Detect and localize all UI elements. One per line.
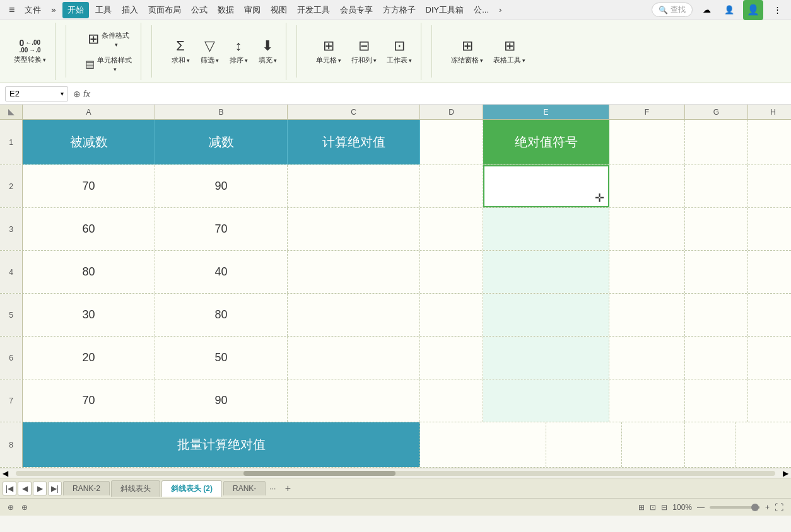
fill-btn[interactable]: ⬇ 填充 ▾ <box>254 35 281 67</box>
diy-menu[interactable]: DIY工具箱 <box>422 2 468 18</box>
data-menu[interactable]: 数据 <box>214 2 238 18</box>
rowcol-btn[interactable]: ⊟ 行和列 ▾ <box>348 35 380 67</box>
fangfangezi-menu[interactable]: 方方格子 <box>379 2 419 18</box>
cell-b1[interactable]: 减数 <box>155 120 288 165</box>
cell-name-box[interactable]: E2 ▾ <box>5 86 68 101</box>
tab-rank2[interactable]: RANK-2 <box>63 481 110 495</box>
cell-e6[interactable] <box>483 337 609 379</box>
cell-f5[interactable] <box>609 294 685 336</box>
zoom-plus-btn[interactable]: + <box>765 503 770 512</box>
cell-c1[interactable]: 计算绝对值 <box>288 120 420 165</box>
row-num-1[interactable]: 1 <box>0 120 23 165</box>
tab-prev-btn[interactable]: ◀ <box>18 482 32 495</box>
row-num-3[interactable]: 3 <box>0 208 23 250</box>
col-header-c[interactable]: C <box>288 105 420 119</box>
cell-f7[interactable] <box>609 379 685 422</box>
add-sheet-btn[interactable]: + <box>281 482 295 495</box>
hamburger-icon[interactable]: ≡ <box>5 2 18 18</box>
tab-next-btn[interactable]: ▶ <box>33 482 47 495</box>
row-num-8[interactable]: 8 <box>0 422 23 467</box>
more-menu[interactable]: 公... <box>470 2 493 18</box>
horizontal-scrollbar[interactable]: ◀ ▶ <box>0 468 791 478</box>
cell-a8[interactable]: 批量计算绝对值 <box>23 422 420 467</box>
cell-g4[interactable] <box>685 251 748 293</box>
cell-e1[interactable]: 绝对值符号 <box>483 120 609 165</box>
row-num-4[interactable]: 4 <box>0 251 23 293</box>
cell-c3[interactable] <box>288 208 420 250</box>
cell-d7[interactable] <box>420 379 483 422</box>
dev-tools-menu[interactable]: 开发工具 <box>293 2 334 18</box>
cell-a4[interactable]: 80 <box>23 251 155 293</box>
tab-diagonal-header[interactable]: 斜线表头 <box>111 480 160 497</box>
cloud-icon-btn[interactable]: ☁ <box>698 1 715 19</box>
cell-e7[interactable] <box>483 379 609 422</box>
view-menu[interactable]: 视图 <box>267 2 291 18</box>
row-num-2[interactable]: 2 <box>0 165 23 207</box>
cell-e3[interactable] <box>483 208 609 250</box>
profile-icon-btn[interactable]: 👤 <box>743 0 763 20</box>
cell-c6[interactable] <box>288 337 420 379</box>
expand-icon[interactable]: » <box>47 3 59 17</box>
cell-h2[interactable] <box>748 165 791 207</box>
cells-btn[interactable]: ⊞ 单元格 ▾ <box>312 35 345 67</box>
zoom-minus-btn[interactable]: — <box>697 503 705 512</box>
cell-g6[interactable] <box>685 337 748 379</box>
home-tab[interactable]: 开始 <box>62 2 89 18</box>
cell-f8[interactable] <box>546 422 622 467</box>
cell-b6[interactable]: 50 <box>155 337 288 379</box>
cell-g7[interactable] <box>685 379 748 422</box>
conditional-format-btn[interactable]: ⊞ 条件格式 ▾ <box>84 28 133 50</box>
cell-a7[interactable]: 70 <box>23 379 155 422</box>
page-break-icon[interactable]: ⊡ <box>650 503 656 512</box>
scrollbar-track[interactable] <box>16 471 775 476</box>
tab-rank[interactable]: RANK- <box>223 481 266 495</box>
cell-d5[interactable] <box>420 294 483 336</box>
cell-f3[interactable] <box>609 208 685 250</box>
insert-menu[interactable]: 插入 <box>118 2 142 18</box>
cell-g8[interactable] <box>622 422 685 467</box>
col-header-b[interactable]: B <box>155 105 288 119</box>
cell-c2[interactable] <box>288 165 420 207</box>
scroll-right-btn[interactable]: ▶ <box>783 469 788 478</box>
user-icon-btn[interactable]: 👤 <box>720 1 738 19</box>
col-header-e[interactable]: E <box>483 105 609 119</box>
cell-e4[interactable] <box>483 251 609 293</box>
sort-btn[interactable]: ↕ 排序 ▾ <box>225 35 252 67</box>
row-num-5[interactable]: 5 <box>0 294 23 336</box>
col-header-g[interactable]: G <box>685 105 748 119</box>
number-format-btn[interactable]: 0←.00 .00→.0 类型转换 ▾ <box>10 36 50 67</box>
cell-c4[interactable] <box>288 251 420 293</box>
cell-f2[interactable] <box>609 165 685 207</box>
cell-b2[interactable]: 90 <box>155 165 288 207</box>
status-page-icon[interactable]: ⊕ <box>8 503 14 512</box>
cell-b5[interactable]: 80 <box>155 294 288 336</box>
cell-d1[interactable] <box>420 120 483 165</box>
expand-more-icon[interactable]: › <box>495 3 505 17</box>
cell-h3[interactable] <box>748 208 791 250</box>
cell-e8[interactable] <box>420 422 546 467</box>
cell-d6[interactable] <box>420 337 483 379</box>
cell-a5[interactable]: 30 <box>23 294 155 336</box>
cell-h7[interactable] <box>748 379 791 422</box>
cell-e5[interactable] <box>483 294 609 336</box>
cell-g1[interactable] <box>685 120 748 165</box>
cell-g3[interactable] <box>685 208 748 250</box>
cell-a2[interactable]: 70 <box>23 165 155 207</box>
review-menu[interactable]: 审阅 <box>240 2 264 18</box>
formula-menu[interactable]: 公式 <box>187 2 211 18</box>
tab-diagonal-header-2[interactable]: 斜线表头 (2) <box>161 480 222 497</box>
cell-f1[interactable] <box>609 120 685 165</box>
cell-d4[interactable] <box>420 251 483 293</box>
cell-a1[interactable]: 被减数 <box>23 120 155 165</box>
cell-style-btn[interactable]: ▤ 单元格样式 ▾ <box>81 53 136 75</box>
cell-e2[interactable]: ✛ <box>483 165 609 207</box>
cell-h5[interactable] <box>748 294 791 336</box>
vip-menu[interactable]: 会员专享 <box>336 2 377 18</box>
cell-h4[interactable] <box>748 251 791 293</box>
more-options-btn[interactable]: ⋮ <box>768 1 786 19</box>
col-header-d[interactable]: D <box>420 105 483 119</box>
col-header-f[interactable]: F <box>609 105 685 119</box>
formula-input[interactable] <box>95 86 786 101</box>
cell-a3[interactable]: 60 <box>23 208 155 250</box>
col-header-a[interactable]: A <box>23 105 155 119</box>
